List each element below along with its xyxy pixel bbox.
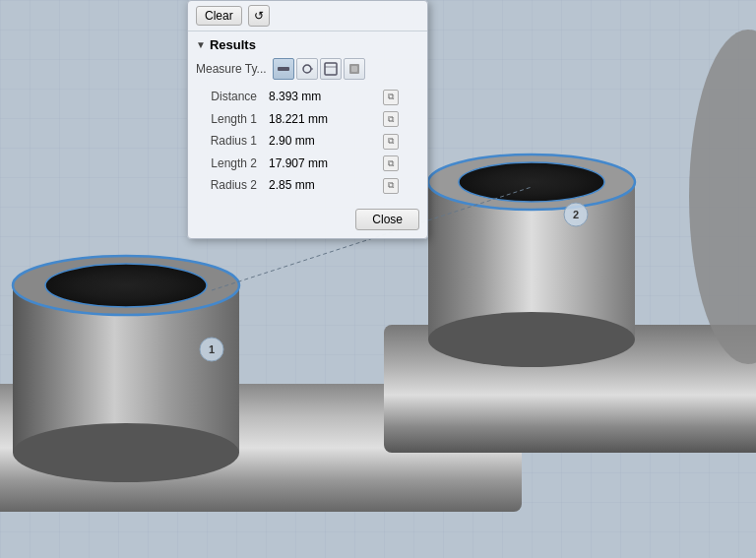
measure-type-label: Measure Ty... xyxy=(196,62,267,76)
copy-cell: ⧉ xyxy=(379,86,419,108)
copy-icon[interactable]: ⧉ xyxy=(383,90,399,105)
type-icon-circle[interactable] xyxy=(296,58,318,80)
svg-point-13 xyxy=(428,312,635,367)
row-label: Distance xyxy=(196,86,265,108)
copy-icon[interactable]: ⧉ xyxy=(383,111,399,127)
row-label: Length 2 xyxy=(196,153,265,175)
collapse-triangle[interactable]: ▼ xyxy=(196,39,206,50)
type-icon-edge[interactable] xyxy=(273,58,294,80)
type-icon-surface[interactable] xyxy=(320,58,342,80)
row-value: 17.907 mm xyxy=(265,153,379,175)
data-table: Distance 8.393 mm ⧉ Length 1 18.221 mm ⧉… xyxy=(196,86,419,197)
row-label: Radius 1 xyxy=(196,130,265,153)
svg-text:2: 2 xyxy=(573,209,579,220)
svg-point-25 xyxy=(303,65,311,73)
clear-button[interactable]: Clear xyxy=(196,6,242,26)
svg-text:1: 1 xyxy=(209,343,215,355)
measure-type-icons xyxy=(273,58,365,80)
svg-rect-27 xyxy=(325,63,337,75)
refresh-button[interactable]: ↺ xyxy=(248,5,270,27)
table-row: Radius 1 2.90 mm ⧉ xyxy=(196,130,419,153)
row-value: 2.85 mm xyxy=(265,174,379,197)
results-section: ▼ Results Measure Ty... xyxy=(188,31,427,203)
row-value: 8.393 mm xyxy=(265,86,379,108)
close-button[interactable]: Close xyxy=(355,209,419,230)
row-value: 18.221 mm xyxy=(265,108,379,131)
close-row: Close xyxy=(188,203,427,238)
svg-rect-30 xyxy=(351,66,357,72)
row-label: Length 1 xyxy=(196,108,265,131)
table-row: Length 2 17.907 mm ⧉ xyxy=(196,153,419,175)
table-row: Length 1 18.221 mm ⧉ xyxy=(196,108,419,131)
copy-cell: ⧉ xyxy=(379,108,419,131)
svg-point-6 xyxy=(13,423,239,482)
table-row: Radius 2 2.85 mm ⧉ xyxy=(196,174,419,197)
copy-icon[interactable]: ⧉ xyxy=(383,155,399,171)
row-label: Radius 2 xyxy=(196,174,265,197)
copy-cell: ⧉ xyxy=(379,130,419,153)
copy-icon[interactable]: ⧉ xyxy=(383,134,399,150)
measure-type-row: Measure Ty... xyxy=(196,58,419,80)
results-title: Results xyxy=(210,37,256,52)
measure-panel: Clear ↺ ▼ Results Measure Ty... xyxy=(187,0,428,239)
results-header: ▼ Results xyxy=(196,37,419,52)
panel-top: Clear ↺ xyxy=(188,1,427,31)
copy-cell: ⧉ xyxy=(379,174,419,197)
type-icon-solid[interactable] xyxy=(344,58,365,80)
svg-rect-24 xyxy=(278,67,289,71)
copy-cell: ⧉ xyxy=(379,153,419,175)
row-value: 2.90 mm xyxy=(265,130,379,153)
table-row: Distance 8.393 mm ⧉ xyxy=(196,86,419,108)
copy-icon[interactable]: ⧉ xyxy=(383,178,399,194)
